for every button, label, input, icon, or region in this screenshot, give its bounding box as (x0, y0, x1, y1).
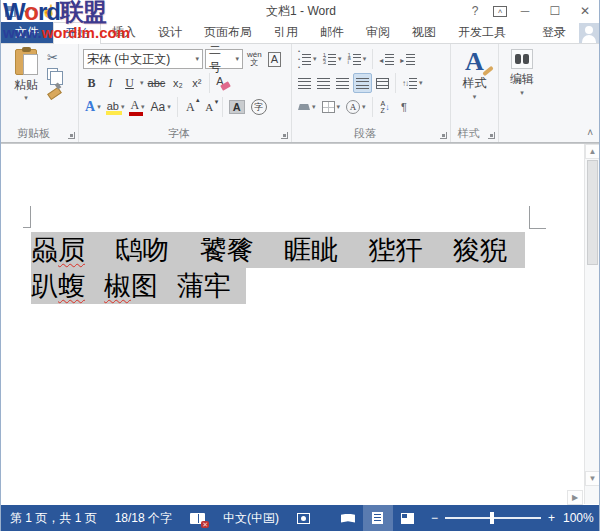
tab-home[interactable]: 开始 (53, 22, 101, 44)
tab-developer[interactable]: 开发工具 (447, 22, 517, 43)
zoom-out-button[interactable]: − (431, 511, 438, 525)
word-jiaotu[interactable]: 椒图 (104, 268, 158, 304)
scroll-up-icon[interactable]: ▲ (585, 144, 600, 159)
clipboard-dialog-launcher-icon[interactable] (68, 132, 75, 139)
tab-view[interactable]: 视图 (401, 22, 447, 43)
tab-insert[interactable]: 插入 (101, 22, 147, 43)
document-canvas[interactable]: 赑屃 鸱吻 饕餮 睚眦 狴犴 狻猊 趴蝮 椒图 蒲牢 ▲ ▼ ▶ (1, 143, 600, 505)
minimize-button[interactable]: ─ (513, 2, 537, 20)
align-center-button[interactable] (315, 73, 332, 93)
macro-record-status[interactable] (288, 505, 319, 531)
tab-file[interactable]: 文件 (1, 22, 53, 43)
word-chiwen[interactable]: 鸱吻 (115, 232, 169, 268)
asian-layout-button[interactable]: A▾ (344, 97, 368, 117)
bullets-button[interactable]: ••• ▾ (296, 49, 319, 69)
font-name-dropdown-icon[interactable]: ▾ (192, 55, 199, 63)
word-bixi[interactable]: 赑屃 (31, 232, 85, 268)
text-effects-button[interactable]: A▾ (83, 97, 103, 117)
subscript-button[interactable]: x₂ (169, 73, 186, 93)
font-dialog-launcher-icon[interactable] (281, 132, 288, 139)
scroll-right-icon[interactable]: ▶ (567, 490, 583, 505)
justify-button[interactable] (353, 73, 372, 93)
ribbon-display-options-icon[interactable]: ˄ (493, 6, 507, 17)
numbering-button[interactable]: 123 ▾ (321, 49, 344, 69)
paste-button[interactable]: 粘贴 ▾ (7, 49, 45, 102)
increase-indent-button[interactable]: ▸ (398, 49, 417, 69)
tab-page-layout[interactable]: 页面布局 (193, 22, 263, 43)
character-shading-button[interactable]: A (227, 97, 247, 117)
italic-button[interactable]: I (102, 73, 119, 93)
editing-button[interactable]: 编辑▾ (501, 49, 543, 97)
cut-icon[interactable]: ✂ (47, 50, 60, 65)
word-suanni[interactable]: 狻猊 (453, 232, 507, 268)
line-spacing-button[interactable]: ↑↓▾ (400, 73, 425, 93)
help-button[interactable]: ? (463, 2, 487, 20)
scrollbar-thumb[interactable] (587, 160, 598, 265)
web-layout-button[interactable] (393, 505, 423, 531)
clear-formatting-button[interactable] (214, 73, 232, 93)
zoom-slider[interactable] (445, 517, 541, 519)
close-button[interactable]: ✕ (573, 2, 597, 20)
shrink-font-button[interactable]: A (201, 97, 218, 117)
page-number-status[interactable]: 第 1 页，共 1 页 (1, 505, 106, 531)
tab-review[interactable]: 审阅 (355, 22, 401, 43)
vertical-scrollbar[interactable]: ▲ ▼ (584, 144, 599, 504)
proofing-error-icon (190, 513, 205, 524)
document-text[interactable]: 赑屃 鸱吻 饕餮 睚眦 狴犴 狻猊 趴蝮 椒图 蒲牢 (31, 232, 525, 304)
font-size-combobox[interactable]: 二号 ▾ (205, 49, 243, 69)
align-left-button[interactable] (296, 73, 313, 93)
proofing-status[interactable] (181, 505, 214, 531)
word-yazi[interactable]: 睚眦 (284, 232, 338, 268)
copy-icon[interactable] (47, 68, 58, 80)
text-highlight-button[interactable]: ab▾ (105, 97, 127, 117)
tab-mailings[interactable]: 邮件 (309, 22, 355, 43)
scroll-down-icon[interactable]: ▼ (585, 471, 600, 486)
decrease-indent-button[interactable]: ◂ (377, 49, 396, 69)
change-case-button[interactable]: Aa▾ (149, 97, 173, 117)
shading-button[interactable]: ▾ (296, 97, 318, 117)
zoom-slider-thumb[interactable] (490, 512, 494, 524)
align-left-icon (298, 78, 311, 89)
maximize-button[interactable]: ☐ (543, 2, 567, 20)
strikethrough-button[interactable]: abc (146, 73, 168, 93)
align-right-button[interactable] (334, 73, 351, 93)
borders-button[interactable]: ▾ (320, 97, 343, 117)
distribute-button[interactable] (374, 73, 391, 93)
word-pulao[interactable]: 蒲牢 (177, 268, 231, 304)
paste-dropdown-icon[interactable]: ▾ (24, 94, 28, 102)
word-count-status[interactable]: 18/18 个字 (106, 505, 181, 531)
font-size-dropdown-icon[interactable]: ▾ (232, 55, 239, 63)
word-taotie[interactable]: 饕餮 (200, 232, 254, 268)
underline-dropdown-icon[interactable]: ▾ (140, 79, 144, 87)
language-status[interactable]: 中文(中国) (214, 505, 288, 531)
character-border-button[interactable]: A (266, 49, 283, 69)
print-layout-button[interactable] (363, 505, 393, 531)
font-color-button[interactable]: A▾ (128, 97, 146, 117)
tab-references[interactable]: 引用 (263, 22, 309, 43)
user-avatar[interactable] (579, 23, 599, 43)
enclose-characters-button[interactable]: 字 (249, 97, 269, 117)
sign-in-button[interactable]: 登录 (531, 22, 577, 43)
paragraph-dialog-launcher-icon[interactable] (440, 132, 447, 139)
grow-font-button[interactable]: A (182, 97, 199, 117)
underline-button[interactable]: U (121, 73, 138, 93)
collapse-ribbon-icon[interactable]: ˄ (587, 127, 593, 138)
tab-design[interactable]: 设计 (147, 22, 193, 43)
text-line-1[interactable]: 赑屃 鸱吻 饕餮 睚眦 狴犴 狻猊 (31, 232, 525, 268)
word-bafu[interactable]: 趴蝮 (31, 268, 85, 304)
word-bian[interactable]: 狴犴 (369, 232, 423, 268)
format-painter-icon[interactable] (47, 83, 60, 96)
text-line-2[interactable]: 趴蝮 椒图 蒲牢 (31, 268, 246, 304)
read-mode-button[interactable] (333, 505, 363, 531)
font-name-combobox[interactable]: 宋体 (中文正文) ▾ (83, 49, 203, 69)
show-hide-marks-button[interactable]: ¶ (396, 97, 413, 117)
zoom-in-button[interactable]: + (548, 511, 555, 525)
superscript-button[interactable]: x² (188, 73, 205, 93)
zoom-level[interactable]: 100% (563, 511, 600, 525)
multilevel-list-button[interactable]: 1ai ▾ (345, 49, 368, 69)
phonetic-guide-button[interactable]: wén 文 (245, 49, 264, 69)
bold-button[interactable]: B (83, 73, 100, 93)
styles-button[interactable]: A 样式▾ (453, 49, 496, 101)
sort-button[interactable]: AZ↓ (377, 97, 394, 117)
styles-dialog-launcher-icon[interactable] (488, 132, 495, 139)
